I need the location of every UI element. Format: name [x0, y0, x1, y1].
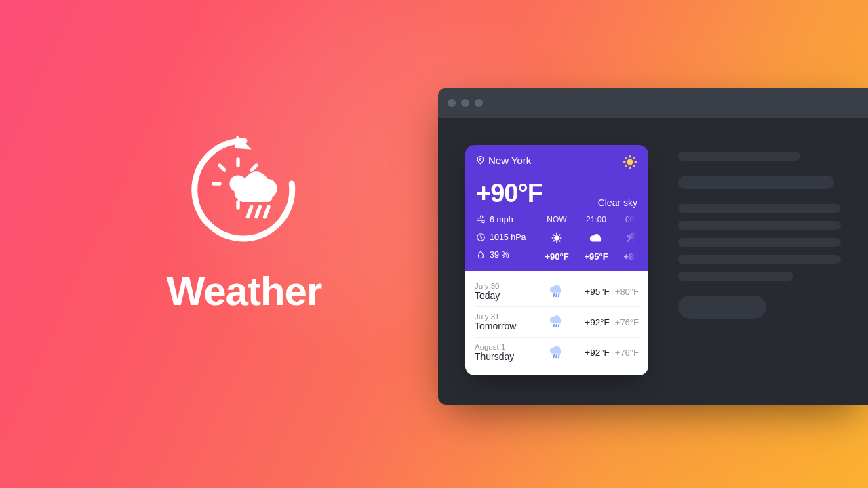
pressure-stat: 1015 hPa [476, 232, 530, 242]
svg-line-33 [553, 294, 554, 297]
daily-lo: +76°F [615, 317, 639, 327]
chevron-right-icon [624, 234, 633, 243]
daily-hi: +92°F [585, 348, 610, 358]
current-temperature: +90°F [476, 179, 542, 208]
svg-marker-0 [235, 135, 252, 150]
svg-line-28 [553, 241, 554, 241]
humidity-icon [476, 250, 486, 260]
daily-lo: +80°F [615, 287, 639, 297]
svg-line-27 [559, 241, 560, 241]
svg-line-34 [556, 294, 557, 297]
weather-current-panel: New York +90°F Clear sky [465, 145, 648, 271]
placeholder-line [678, 176, 834, 189]
rain-icon [549, 314, 564, 329]
weather-logo-icon [183, 129, 305, 251]
traffic-light-close-icon[interactable] [448, 99, 456, 107]
hourly-scroll-right-button[interactable] [623, 232, 635, 245]
svg-line-38 [559, 325, 559, 327]
svg-line-41 [559, 355, 559, 358]
daily-forecast: July 30 Today +95°F +80°F July 31 Tomorr… [465, 271, 648, 375]
rain-icon [628, 230, 637, 245]
svg-line-35 [559, 294, 559, 297]
svg-line-19 [633, 158, 634, 159]
hourly-item: NOW +90°F [537, 215, 576, 262]
placeholder-line [678, 238, 841, 247]
svg-line-40 [556, 355, 557, 358]
svg-line-36 [553, 325, 554, 327]
svg-line-29 [559, 235, 560, 235]
daily-lo: +76°F [615, 348, 639, 358]
svg-line-5 [220, 165, 224, 170]
placeholder-line [678, 152, 800, 161]
wind-icon [476, 215, 486, 224]
svg-line-26 [553, 235, 554, 235]
browser-window: New York +90°F Clear sky [438, 88, 868, 405]
svg-line-6 [252, 165, 256, 170]
placeholder-line [678, 255, 841, 264]
svg-line-7 [248, 207, 251, 216]
svg-point-10 [479, 159, 481, 161]
svg-line-30 [633, 241, 633, 243]
svg-line-37 [556, 325, 557, 327]
sun-icon [623, 155, 637, 172]
hourly-item: 00:00 +82°F [616, 215, 637, 262]
rain-icon [549, 345, 564, 360]
placeholder-button [678, 296, 766, 319]
placeholder-line [678, 221, 841, 230]
daily-hi: +92°F [585, 317, 610, 327]
svg-point-11 [627, 159, 632, 164]
hourly-forecast[interactable]: NOW +90°F [537, 215, 637, 262]
daily-hi: +95°F [585, 287, 610, 297]
placeholder-line [678, 204, 841, 213]
svg-line-16 [626, 158, 627, 159]
svg-line-31 [635, 241, 636, 243]
daily-item[interactable]: July 31 Tomorrow +92°F +76°F [475, 307, 639, 338]
hero-title: Weather [142, 268, 346, 314]
browser-body: New York +90°F Clear sky [438, 118, 868, 405]
traffic-light-minimize-icon[interactable] [461, 99, 469, 107]
cloud-icon [589, 230, 604, 245]
location[interactable]: New York [476, 155, 531, 166]
current-stats: 6 mph 1015 hPa 39 % [476, 215, 530, 262]
current-condition: Clear sky [598, 197, 637, 208]
weather-card: New York +90°F Clear sky [465, 145, 648, 375]
svg-line-39 [553, 355, 554, 358]
svg-line-17 [633, 165, 634, 166]
wind-stat: 6 mph [476, 215, 530, 224]
hero: Weather [142, 129, 346, 314]
placeholder-line [678, 272, 793, 281]
svg-line-18 [626, 165, 627, 166]
svg-line-9 [265, 207, 269, 216]
daily-item[interactable]: August 1 Thursday +92°F +76°F [475, 338, 639, 367]
rain-icon [549, 284, 564, 299]
daily-item[interactable]: July 30 Today +95°F +80°F [475, 277, 639, 307]
pressure-icon [476, 232, 486, 242]
hourly-item: 21:00 +95°F [576, 215, 616, 262]
traffic-light-zoom-icon[interactable] [475, 99, 483, 107]
humidity-stat: 39 % [476, 250, 530, 260]
svg-line-8 [256, 207, 260, 216]
svg-point-21 [555, 236, 559, 240]
browser-titlebar [438, 88, 868, 118]
sun-icon [549, 230, 564, 245]
location-label: New York [488, 155, 531, 166]
content-placeholders [678, 145, 841, 378]
